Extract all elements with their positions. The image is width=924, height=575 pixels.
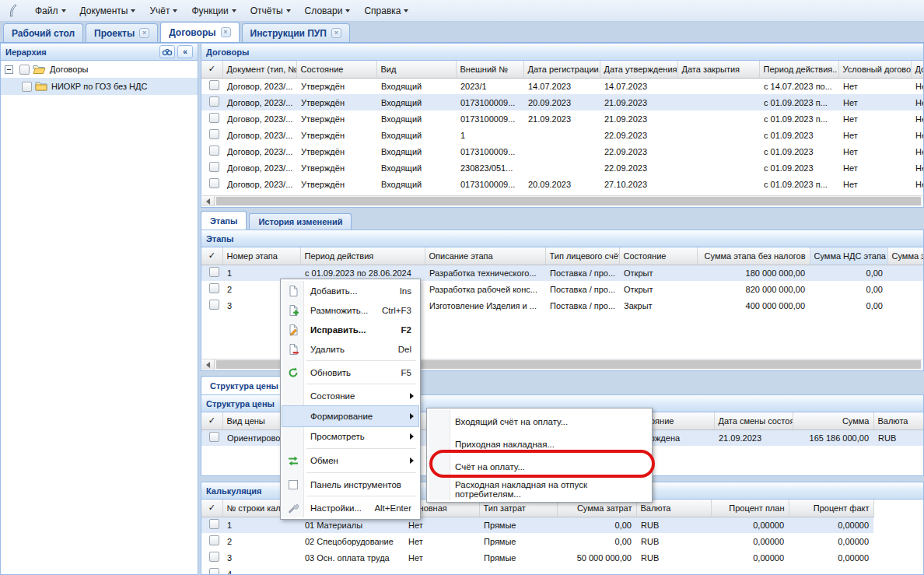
menubar-item[interactable]: Учёт	[142, 3, 184, 19]
menubar-item[interactable]: Файл	[28, 3, 73, 19]
column-header[interactable]: Валюта	[873, 412, 923, 429]
main-tab[interactable]: Инструкции ПУП×	[242, 23, 350, 42]
table-row[interactable]: Договор, 2023/...УтверждёнВходящий122.09…	[201, 127, 923, 143]
column-header[interactable]: Дог	[911, 61, 923, 78]
column-header[interactable]: Номер этапа	[222, 247, 300, 265]
table-row[interactable]: Договор, 2023/...УтверждёнВходящий017310…	[201, 94, 923, 110]
column-header[interactable]: Состояние	[296, 61, 376, 78]
context-menu-item[interactable]: Просмотреть	[282, 426, 418, 447]
table-cell: Входящий	[376, 143, 456, 160]
submenu-item[interactable]: Входящий счёт на оплату...	[429, 410, 650, 433]
menubar-item[interactable]: Функции	[184, 3, 243, 19]
column-header[interactable]: Процент факт	[789, 500, 873, 517]
column-header[interactable]: Тип лицевого счёт	[545, 247, 619, 265]
tree-expander-icon[interactable]	[5, 65, 13, 74]
menubar-item[interactable]: Справка	[357, 3, 415, 19]
table-cell: RUB	[636, 517, 711, 533]
column-header[interactable]: Период действия..	[759, 61, 838, 78]
row-checkbox[interactable]	[209, 129, 219, 139]
column-header[interactable]: Сумма	[793, 412, 873, 429]
context-menu-item[interactable]: Обмен	[282, 451, 418, 471]
context-menu-item[interactable]: Состояние	[282, 386, 418, 406]
column-header[interactable]: Сумма эт	[887, 247, 923, 265]
table-cell: 165 186 000,00	[793, 429, 873, 446]
column-header[interactable]: Сумма этапа без налогов	[697, 247, 810, 265]
table-row[interactable]: Договор, 2023/...УтверждёнВходящий017310…	[201, 143, 923, 160]
column-header[interactable]: Вид	[376, 61, 456, 78]
table-row[interactable]: 202 СпецоборудованиеНетПрямые0,00RUB0,00…	[201, 533, 873, 549]
submenu-item[interactable]: Расходная накладная на отпуск потребител…	[429, 478, 650, 500]
menubar-item[interactable]: Документы	[73, 3, 143, 19]
row-checkbox[interactable]	[209, 267, 219, 277]
column-header[interactable]: Документ (тип, №	[222, 61, 296, 78]
select-all-column-header[interactable]: ✓	[201, 247, 222, 265]
tree-checkbox[interactable]	[19, 65, 30, 75]
row-checkbox[interactable]	[209, 568, 219, 574]
table-row[interactable]: Договор, 2023/...УтверждёнВходящий017310…	[201, 110, 923, 127]
table-row[interactable]: Договор, 2023/...УтверждёнВходящий017310…	[201, 176, 923, 192]
select-all-column-header[interactable]: ✓	[201, 61, 222, 78]
context-menu-item[interactable]: Формирование	[282, 406, 418, 426]
table-row[interactable]: 303 Осн. оплата трудаНетПрямые50 000 000…	[201, 549, 873, 566]
tree-item[interactable]: Договоры	[1, 61, 198, 78]
scroll-left-icon[interactable]	[202, 196, 215, 206]
column-header[interactable]: Описание этапа	[425, 247, 545, 265]
annotation-circle	[429, 450, 655, 478]
column-header[interactable]: Дата смены состоя	[714, 412, 793, 429]
column-header[interactable]: Состояние	[619, 247, 697, 265]
row-checkbox[interactable]	[209, 535, 219, 545]
row-checkbox[interactable]	[209, 178, 219, 188]
menubar-item[interactable]: Отчёты	[243, 3, 298, 19]
column-header[interactable]: Сумма НДС этапа	[810, 247, 887, 265]
scrollbar-thumb[interactable]	[216, 197, 921, 205]
column-header[interactable]: Внешний №	[456, 61, 523, 78]
table-row[interactable]: Договор, 2023/...УтверждёнВходящий230823…	[201, 160, 923, 176]
table-cell: 03 Осн. оплата труда	[300, 549, 404, 566]
row-checkbox[interactable]	[209, 300, 219, 310]
scroll-left-icon[interactable]	[202, 359, 215, 370]
row-checkbox[interactable]	[209, 80, 219, 90]
column-header[interactable]: Дата утверждения	[600, 61, 677, 78]
column-header[interactable]: Дата регистрации.	[523, 61, 600, 78]
table-cell: Входящий	[376, 110, 456, 127]
column-header[interactable]: Условный договор	[838, 61, 911, 78]
context-menu-item[interactable]: Размножить...Ctrl+F3	[282, 300, 418, 320]
menubar-item[interactable]: Словари	[298, 3, 358, 19]
main-tab[interactable]: Рабочий стол	[3, 23, 83, 42]
table-row[interactable]: 4	[201, 566, 873, 574]
context-menu-item[interactable]: Исправить...F2	[282, 320, 418, 339]
column-header[interactable]: Период действия	[300, 247, 425, 265]
main-tab[interactable]: Проекты×	[86, 23, 158, 42]
context-menu-item[interactable]: Добавить...Ins	[282, 281, 418, 300]
context-menu-item[interactable]: Настройки...Alt+Enter	[282, 498, 418, 517]
stage-tab[interactable]: История изменений	[249, 213, 352, 230]
column-header[interactable]: Дата закрытия	[677, 61, 759, 78]
tab-close-icon[interactable]: ×	[331, 28, 341, 38]
context-menu-item[interactable]: Панель инструментов	[282, 475, 418, 494]
column-header[interactable]: Процент план	[711, 500, 789, 517]
table-row[interactable]: Договор, 2023/...УтверждёнВходящий2023/1…	[201, 78, 923, 94]
row-checkbox[interactable]	[209, 113, 219, 123]
collapse-sidebar-icon[interactable]: «	[177, 45, 193, 58]
select-all-column-header[interactable]: ✓	[201, 500, 222, 517]
search-icon[interactable]	[159, 45, 175, 58]
tab-price-structure[interactable]: Структура цены	[201, 376, 288, 394]
row-checkbox[interactable]	[209, 283, 219, 293]
row-checkbox[interactable]	[209, 552, 219, 562]
row-checkbox[interactable]	[209, 146, 219, 156]
tab-close-icon[interactable]: ×	[139, 28, 149, 38]
row-checkbox[interactable]	[209, 432, 219, 442]
contracts-horizontal-scrollbar[interactable]	[202, 195, 922, 206]
tree-item[interactable]: НИОКР по ГОЗ без НДС	[1, 78, 198, 95]
row-checkbox[interactable]	[209, 519, 219, 529]
stage-tab[interactable]: Этапы	[201, 211, 247, 230]
tab-close-icon[interactable]: ×	[221, 27, 231, 37]
row-checkbox[interactable]	[209, 162, 219, 172]
row-checkbox[interactable]	[209, 96, 219, 107]
context-menu-item[interactable]: УдалитьDel	[282, 339, 418, 359]
table-cell: RUB	[636, 549, 711, 566]
context-menu-item[interactable]: ОбновитьF5	[282, 363, 418, 382]
tree-checkbox[interactable]	[22, 82, 32, 92]
main-tab[interactable]: Договоры×	[160, 22, 239, 42]
select-all-column-header[interactable]: ✓	[201, 412, 222, 429]
